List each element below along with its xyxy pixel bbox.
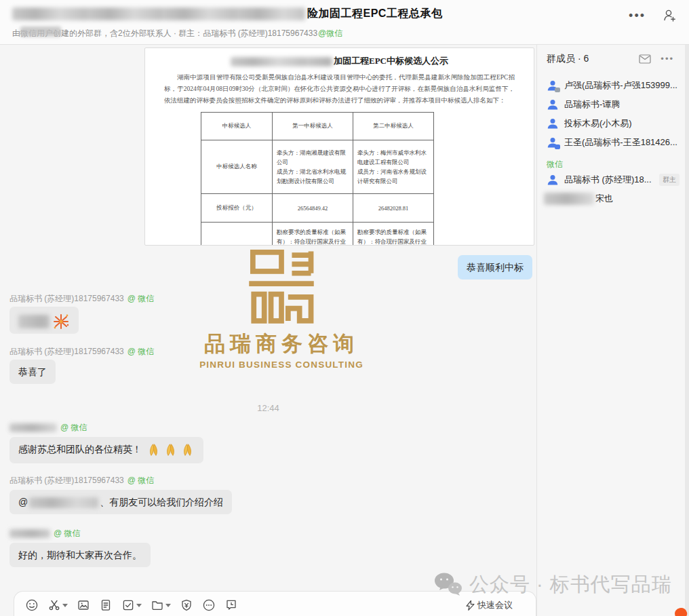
table-cell-price: 26482028.81 xyxy=(353,194,434,223)
sender-at-wechat: @ 微信 xyxy=(60,423,87,432)
emoji-icon[interactable] xyxy=(25,598,39,612)
sender-name: 品瑞标书 (苏经理)18175967433 xyxy=(9,476,124,485)
group-subtitle: 由微信用户创建的外部群，含2位外部联系人 · 群主：品瑞标书 (苏经理)1817… xyxy=(12,28,342,39)
quick-meeting-label: 快速会议 xyxy=(477,599,513,611)
quick-meeting-button[interactable]: 快速会议 xyxy=(466,599,513,611)
more-icon[interactable]: ••• xyxy=(629,9,646,22)
message-text: 、有朋友可以给我们介绍介绍 xyxy=(100,497,223,507)
received-message-bubble[interactable] xyxy=(9,307,79,334)
member-avatar-icon xyxy=(547,98,559,111)
sender-label: 品瑞标书 (苏经理)18175967433@ 微信 xyxy=(9,346,154,358)
envelope-icon[interactable] xyxy=(639,54,651,64)
member-row[interactable]: 卢强(品瑞标书-卢强153999... xyxy=(547,76,682,95)
members-panel-title: 群成员 · 6 xyxy=(547,53,589,65)
table-cell: 成员方：河南省水务规划设计研究有限公司 xyxy=(357,167,429,186)
group-title: 险加固工程EPC工程总承包 xyxy=(307,7,442,21)
sender-at-wechat: @ 微信 xyxy=(127,347,155,356)
received-message-bubble[interactable]: 恭喜了 xyxy=(9,360,56,384)
add-member-icon[interactable] xyxy=(662,8,677,23)
redacted-sender-name xyxy=(9,423,57,432)
group-members-panel: 群成员 · 6 ••• 卢强(品瑞标书-卢强153999... xyxy=(537,45,689,616)
chevron-down-icon xyxy=(136,604,142,607)
member-name: 品瑞标书-谭腾 xyxy=(564,98,620,111)
sender-label: @ 微信 xyxy=(9,422,87,434)
sender-name: 品瑞标书 (苏经理)18175967433 xyxy=(9,294,124,303)
member-row-owner[interactable]: 品瑞标书 (苏经理)18... 群主 xyxy=(547,170,682,189)
table-cell: 牵头方：梅州市威华水利水电建设工程有限公司 xyxy=(357,148,429,167)
table-cell: 牵头方：湖南湘晟建设有限公司 xyxy=(277,148,349,167)
sender-at-wechat: @ 微信 xyxy=(54,528,81,538)
member-name: 宋也 xyxy=(595,193,613,205)
pinrui-logo-cn: 品瑞商务咨询 xyxy=(198,330,365,358)
sender-label: 品瑞标书 (苏经理)18175967433@ 微信 xyxy=(9,293,154,305)
redacted-doc-title-segment xyxy=(231,57,332,66)
sent-message-bubble[interactable]: 恭喜顺利中标 xyxy=(458,255,532,280)
bid-candidates-table: 中标候选人 第一中标候选人 第二中标候选人 中标候选人名称 牵头方：湖南湘晟建设… xyxy=(201,112,434,246)
folded-hands-emoji xyxy=(163,443,178,457)
table-cell: 成员方：湖北省水利水电规划勘测设计院有限公司 xyxy=(277,167,349,186)
pinrui-logo-watermark: 品瑞商务咨询 PINRUI BUSINESS CONSULTING xyxy=(198,246,365,370)
file-icon[interactable] xyxy=(99,598,113,612)
red-packet-icon[interactable] xyxy=(180,598,193,612)
bid-announcement-image[interactable]: 加固工程EPC中标候选人公示 湖南中源项目管理有限公司受新晃侗族自治县水利建设项… xyxy=(144,47,534,246)
more-icon[interactable]: ••• xyxy=(661,53,674,65)
member-row[interactable]: 投标木易(小木易) xyxy=(547,114,682,133)
lightning-icon xyxy=(466,600,475,611)
member-avatar-icon xyxy=(547,174,559,186)
timestamp: 12:44 xyxy=(0,403,536,413)
table-cell-price: 26564849.42 xyxy=(273,194,353,223)
table-header-cell: 第一中标候选人 xyxy=(273,113,353,140)
table-cell: 勘察要求的质量标准（如果有）：符合现行国家及行业勘 xyxy=(273,223,353,246)
chat-history-icon[interactable] xyxy=(224,598,238,612)
doc-title-line: 加固工程EPC中标候选人公示 xyxy=(145,55,534,67)
device-badge-icon xyxy=(555,88,560,92)
todo-icon[interactable] xyxy=(121,598,142,612)
redacted-title-segment xyxy=(12,7,305,20)
received-message-bubble[interactable]: 感谢苏总和团队的各位精英！ xyxy=(9,437,203,463)
received-message-bubble[interactable]: 好的，期待和大家再次合作。 xyxy=(9,543,151,567)
chevron-down-icon xyxy=(165,604,171,607)
member-row[interactable]: 宋也 xyxy=(547,189,682,208)
table-header-cell: 中标候选人 xyxy=(201,113,273,140)
sender-label: @ 微信 xyxy=(9,528,81,539)
folded-hands-emoji xyxy=(146,443,161,457)
redacted-message-segment xyxy=(18,315,50,328)
table-row-label xyxy=(201,223,273,246)
screenshot-scissors-icon[interactable] xyxy=(47,598,68,612)
group-title-row: 险加固工程EPC工程总承包 xyxy=(12,7,442,21)
chat-header: 险加固工程EPC工程总承包 ••• 由微信用户创建的外部群，含2位外部联系人 ·… xyxy=(0,0,689,45)
member-avatar-icon xyxy=(547,79,559,92)
message-input-toolbar: 快速会议 xyxy=(14,591,536,616)
more-circle-icon[interactable] xyxy=(202,598,216,612)
received-message-bubble[interactable]: @、有朋友可以给我们介绍介绍 xyxy=(9,490,232,514)
redacted-avatar xyxy=(544,193,594,205)
doc-paragraph: 湖南中源项目管理有限公司受新晃侗族自治县水利建设项目管理中心的委托，代理新晃县建… xyxy=(164,72,515,107)
mention-at-symbol: @ xyxy=(18,497,28,507)
folded-hands-emoji xyxy=(180,443,195,457)
member-name: 投标木易(小木易) xyxy=(564,117,632,130)
member-avatar-icon xyxy=(547,136,559,149)
member-row[interactable]: 品瑞标书-谭腾 xyxy=(547,95,682,114)
member-row[interactable]: 王圣(品瑞标书-王圣181426... xyxy=(547,133,682,152)
chevron-down-icon xyxy=(62,604,68,607)
sender-name: 品瑞标书 (苏经理)18175967433 xyxy=(9,347,124,356)
image-icon[interactable] xyxy=(77,598,90,612)
sender-at-wechat: @ 微信 xyxy=(127,476,155,485)
redacted-sender-name xyxy=(9,529,50,538)
pinrui-logo-en: PINRUI BUSINESS CONSULTING xyxy=(198,360,365,370)
group-owner-badge: 群主 xyxy=(659,174,680,186)
member-name: 品瑞标书 (苏经理)18... xyxy=(564,174,652,186)
member-name: 卢强(品瑞标书-卢强153999... xyxy=(564,79,677,92)
member-avatar-icon xyxy=(547,117,559,130)
pinrui-logo-mark-icon xyxy=(237,246,326,326)
redacted-subtitle-segment xyxy=(20,26,61,37)
redacted-mention-name xyxy=(29,497,98,508)
table-row-label: 投标报价（元） xyxy=(201,194,273,223)
folder-icon[interactable] xyxy=(151,598,171,612)
sender-label: 品瑞标书 (苏经理)18175967433@ 微信 xyxy=(9,475,154,486)
member-name: 王圣(品瑞标书-王圣181426... xyxy=(564,136,677,149)
wechat-group-chat-window: 险加固工程EPC工程总承包 ••• 由微信用户创建的外部群，含2位外部联系人 ·… xyxy=(0,0,689,616)
wechat-section-label: 微信 xyxy=(547,159,682,170)
table-header-cell: 第二中标候选人 xyxy=(353,113,434,140)
group-subtitle-at-wechat: @微信 xyxy=(318,28,342,38)
